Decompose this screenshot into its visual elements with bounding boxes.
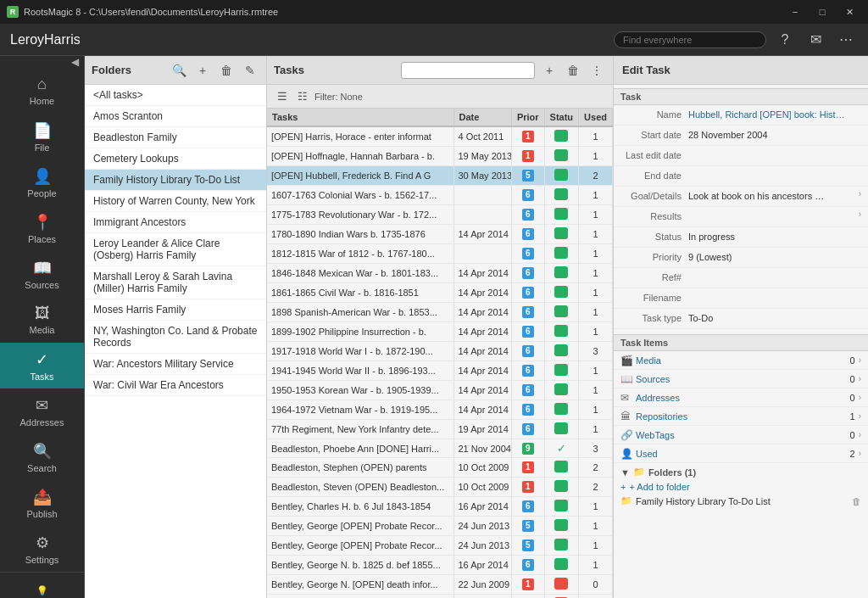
table-row[interactable]: Beadleston, Stephen (OPEN) parents 10 Oc… (267, 458, 613, 478)
task-priority-cell: 6 (511, 361, 544, 381)
table-row[interactable]: 1964-1972 Vietnam War - b. 1919-195... 1… (267, 400, 613, 420)
table-row[interactable]: 1898 Spanish-American War - b. 1853... 1… (267, 303, 613, 322)
table-row[interactable]: [OPEN] Hubbell, Frederick B. Find A G 30… (267, 166, 613, 186)
table-row[interactable]: 1941-1945 World War II - b. 1896-193... … (267, 361, 613, 381)
field-goal-row[interactable]: Goal/Details Look at book on his ancesto… (614, 187, 868, 207)
sidebar-item-settings[interactable]: ⚙ Settings (0, 526, 84, 572)
search-icon: 🔍 (33, 442, 52, 461)
field-last-edit-label: Last edit date (620, 148, 688, 160)
help-icon[interactable]: ? (773, 28, 797, 52)
sidebar-toggle[interactable]: ◀ (0, 56, 84, 68)
task-item-webtags[interactable]: 🔗 WebTags 0 › (614, 426, 868, 444)
sidebar-item-publish[interactable]: 📤 Publish (0, 480, 84, 526)
sidebar-item-tasks[interactable]: ✓ Tasks (0, 343, 84, 388)
add-folder-button[interactable]: + + Add to folder (620, 480, 861, 494)
table-row[interactable]: 1812-1815 War of 1812 - b. 1767-180... 6… (267, 244, 613, 264)
table-row[interactable]: 1950-1953 Korean War - b. 1905-1939... 1… (267, 381, 613, 400)
task-date-cell: 19 Apr 2014 (453, 420, 511, 439)
folder-item-ancestors[interactable]: War: Ancestors Military Service (85, 354, 266, 375)
table-row[interactable]: 1780-1890 Indian Wars b. 1735-1876 14 Ap… (267, 225, 613, 244)
table-row[interactable]: [OPEN] Harris, Horace - enter informat 4… (267, 126, 613, 147)
table-row[interactable]: 1775-1783 Revolutionary War - b. 172... … (267, 205, 613, 225)
task-item-sources[interactable]: 📖 Sources 0 › (614, 370, 868, 388)
folder-item-beadleston[interactable]: Beadleston Family (85, 127, 266, 148)
task-item-repositories[interactable]: 🏛 Repositories 1 › (614, 407, 868, 426)
close-button[interactable]: ✕ (837, 3, 861, 20)
task-date-cell (453, 205, 511, 225)
folders-collapse-icon[interactable]: ▼ (620, 467, 630, 478)
sidebar-item-search[interactable]: 🔍 Search (0, 434, 84, 480)
tasks-view-list-icon[interactable]: ☰ (274, 88, 291, 105)
table-row[interactable]: Bentley, George N. [OPEN] death infor...… (267, 575, 613, 595)
folders-add-icon[interactable]: + (193, 61, 212, 80)
folder-item-all[interactable]: <All tasks> (85, 85, 266, 106)
sidebar-item-addresses[interactable]: ✉ Addresses (0, 388, 84, 434)
sidebar-item-people[interactable]: 👤 People (0, 159, 84, 205)
sidebar-item-file[interactable]: 📄 File (0, 114, 84, 159)
sidebar-item-sources[interactable]: 📖 Sources (0, 251, 84, 297)
task-date-cell: 24 Jun 2013 (453, 536, 511, 556)
table-row[interactable]: 1899-1902 Philippine Insurrection - b. 1… (267, 322, 613, 342)
task-item-addresses[interactable]: ✉ Addresses 0 › (614, 388, 868, 407)
minimize-button[interactable]: − (783, 3, 807, 20)
table-row[interactable]: Bentley, George [OPEN] Probate Recor... … (267, 536, 613, 556)
table-row[interactable]: Beadleston, Steven (OPEN) Beadleston... … (267, 478, 613, 497)
tasks-add-icon[interactable]: + (540, 61, 559, 80)
field-status-value: In progress (688, 230, 861, 242)
folder-item-marshall[interactable]: Marshall Leroy & Sarah Lavina (Miller) H… (85, 266, 266, 299)
task-item-used[interactable]: 👤 Used 2 › (614, 444, 868, 463)
folder-item-cemetery[interactable]: Cemetery Lookups (85, 148, 266, 170)
table-row[interactable]: Bentley, George N. b. 1825 d. bef 1855..… (267, 556, 613, 575)
task-date-cell: 10 Oct 2009 (453, 478, 511, 497)
folder-item-ny[interactable]: NY, Washington Co. Land & Probate Record… (85, 321, 266, 354)
task-priority-cell: 5 (511, 166, 544, 186)
folders-delete-icon[interactable]: 🗑 (217, 61, 236, 80)
sidebar-item-media[interactable]: 🖼 Media (0, 297, 84, 343)
sidebar-label-people: People (27, 188, 56, 198)
task-date-cell: 16 Apr 2014 (453, 556, 511, 575)
task-used-cell: 1 (579, 497, 613, 517)
table-row[interactable]: Bentley, George N. [OPEN] death infor...… (267, 595, 613, 599)
mail-icon[interactable]: ✉ (804, 28, 827, 52)
sidebar: ◀ ⌂ Home 📄 File 👤 People 📍 Places 📖 Sour… (0, 56, 85, 598)
more-icon[interactable]: ⋯ (834, 28, 858, 52)
maximize-button[interactable]: □ (810, 3, 834, 20)
table-row[interactable]: Bentley, Charles H. b. 6 Jul 1843-1854 1… (267, 497, 613, 517)
table-row[interactable]: Bentley, George [OPEN] Probate Recor... … (267, 517, 613, 536)
sidebar-item-home[interactable]: ⌂ Home (0, 68, 84, 114)
tasks-view-grid-icon[interactable]: ☷ (294, 88, 311, 105)
task-name-cell: 1861-1865 Civil War - b. 1816-1851 (267, 283, 453, 303)
folder-item-fhl[interactable]: Family History Library To-Do List (85, 170, 266, 191)
folder-item-leroy[interactable]: Leroy Leander & Alice Clare (Osberg) Har… (85, 233, 266, 266)
folder-item-civil[interactable]: War: Civil War Era Ancestors (85, 375, 266, 396)
table-row[interactable]: 1607-1763 Colonial Wars - b. 1562-17... … (267, 186, 613, 205)
table-row[interactable]: Beadleston, Phoebe Ann [DONE] Harri... 2… (267, 439, 613, 458)
tasks-header: Tasks + 🗑 ⋮ (267, 56, 613, 85)
table-row[interactable]: [OPEN] Hoffnagle, Hannah Barbara - b. 19… (267, 147, 613, 166)
task-items-section-label: Task Items (614, 334, 868, 351)
folders-search-icon[interactable]: 🔍 (170, 61, 188, 80)
global-search-input[interactable] (614, 31, 766, 48)
table-row[interactable]: 1846-1848 Mexican War - b. 1801-183... 1… (267, 264, 613, 283)
folder-item-moses[interactable]: Moses Harris Family (85, 299, 266, 321)
table-row[interactable]: 77th Regiment, New York Infantry dete...… (267, 420, 613, 439)
task-date-cell: 22 Jun 2009 (453, 575, 511, 595)
sidebar-item-places[interactable]: 📍 Places (0, 205, 84, 251)
appbar: LeroyHarris ? ✉ ⋯ (0, 24, 868, 56)
task-item-count: 1 (850, 411, 855, 422)
folder-tag-folder-icon: 📁 (620, 495, 632, 506)
folder-item-amos[interactable]: Amos Scranton (85, 106, 266, 127)
folder-tag-delete-icon[interactable]: 🗑 (852, 496, 861, 506)
tasks-search-input[interactable] (401, 62, 535, 79)
folders-edit-icon[interactable]: ✎ (241, 61, 259, 80)
hints-button[interactable]: 💡 (0, 573, 84, 598)
table-row[interactable]: 1861-1865 Civil War - b. 1816-1851 14 Ap… (267, 283, 613, 303)
folder-item-warren[interactable]: History of Warren County, New York (85, 191, 266, 212)
folder-item-immigrant[interactable]: Immigrant Ancestors (85, 212, 266, 233)
tasks-more-icon[interactable]: ⋮ (587, 61, 606, 80)
tasks-delete-icon[interactable]: 🗑 (564, 61, 582, 80)
field-results-row[interactable]: Results › (614, 207, 868, 227)
task-item-media[interactable]: 🎬 Media 0 › (614, 351, 868, 370)
table-row[interactable]: 1917-1918 World War I - b. 1872-190... 1… (267, 342, 613, 361)
task-date-cell: 14 Apr 2014 (453, 303, 511, 322)
